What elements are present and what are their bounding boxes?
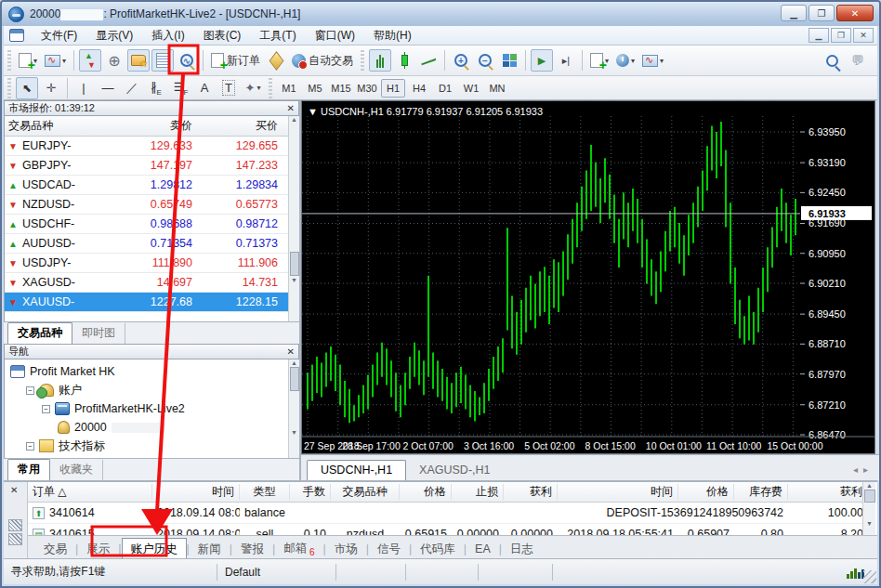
new-chart-button[interactable]: ▾ bbox=[16, 49, 40, 72]
market-watch-row[interactable]: ▲USDCAD-1.298121.29834 bbox=[5, 176, 299, 195]
market-watch-column-header[interactable]: 卖价 bbox=[105, 118, 198, 134]
child-minimize-button[interactable]: ▁ bbox=[809, 28, 829, 43]
cursor-tool[interactable]: ⬉ bbox=[16, 77, 38, 99]
toolbar-grip[interactable] bbox=[269, 78, 272, 98]
navigator-tree-item[interactable]: 20000 bbox=[5, 418, 299, 437]
minimize-button[interactable]: ▁ bbox=[781, 5, 807, 21]
terminal-tab-9[interactable]: EA bbox=[467, 540, 499, 558]
toolbar-grip[interactable] bbox=[361, 50, 364, 71]
child-restore-button[interactable]: ❐ bbox=[831, 28, 851, 43]
timeframe-m15[interactable]: M15 bbox=[329, 79, 353, 98]
search-icon[interactable] bbox=[826, 55, 838, 67]
bar-chart-button[interactable] bbox=[369, 49, 391, 72]
history-row[interactable]: ▤34106152018.09.14 08:08:04sell0.10nzdus… bbox=[28, 524, 868, 535]
crosshair-tool[interactable]: ✛ bbox=[40, 77, 62, 99]
fibonacci-tool[interactable]: ☰F bbox=[169, 77, 191, 99]
market-watch-tab[interactable]: 交易品种 bbox=[7, 322, 72, 344]
tree-expander-icon[interactable]: − bbox=[26, 442, 34, 451]
history-column-9[interactable]: 价格 bbox=[678, 484, 734, 500]
terminal-tab-4[interactable]: 警报 bbox=[232, 539, 272, 560]
shapes-tool[interactable]: ✦▾ bbox=[242, 77, 264, 99]
profiles-button[interactable]: ▾ bbox=[42, 49, 69, 72]
chart-window[interactable]: 6.939506.931906.924506.916906.909506.902… bbox=[301, 100, 875, 454]
navigator-tab[interactable]: 收藏夹 bbox=[50, 460, 103, 480]
history-column-6[interactable]: 止损 bbox=[452, 484, 504, 500]
market-watch-column-header[interactable]: 交易品种 bbox=[5, 118, 105, 134]
timeframe-h4[interactable]: H4 bbox=[407, 79, 431, 98]
market-watch-row[interactable]: ▲AUDUSD-0.713540.71373 bbox=[5, 234, 299, 254]
toolbar-grip[interactable] bbox=[7, 50, 11, 71]
status-profile[interactable]: Default bbox=[217, 564, 336, 581]
indicators-button[interactable]: ▾ bbox=[587, 49, 611, 72]
trendline-tool[interactable]: ／ bbox=[121, 77, 143, 99]
periods-button[interactable]: ▾ bbox=[613, 49, 638, 72]
market-watch-close-icon[interactable]: ✕ bbox=[287, 103, 295, 113]
history-row[interactable]: ⬆34106142018.09.14 08:06:59balanceDEPOSI… bbox=[28, 503, 868, 524]
navigator-tree-item[interactable]: Profit Market HK bbox=[5, 362, 299, 381]
history-column-3[interactable]: 手数 bbox=[290, 484, 331, 500]
navigator-scrollbar[interactable]: ▲▼ bbox=[288, 359, 299, 458]
terminal-tab-0[interactable]: 交易 bbox=[35, 539, 75, 560]
market-watch-row[interactable]: ▼XAGUSD-14.69714.731 bbox=[5, 273, 299, 293]
history-column-4[interactable]: 交易品种 bbox=[331, 484, 400, 500]
terminal-tab-3[interactable]: 新闻 bbox=[190, 539, 230, 560]
text-tool[interactable]: A bbox=[193, 77, 216, 99]
market-watch-row[interactable]: ▼NZDUSD-0.657490.65773 bbox=[5, 195, 299, 215]
terminal-tab-6[interactable]: 市场 bbox=[326, 539, 366, 560]
zoom-out-button[interactable]: − bbox=[474, 49, 496, 72]
data-window-button[interactable]: ⊕ bbox=[103, 49, 125, 72]
history-column-2[interactable]: 类型 bbox=[240, 484, 290, 500]
strategy-tester-button[interactable]: ∿ bbox=[176, 49, 198, 72]
auto-scroll-button[interactable]: ▶ bbox=[531, 49, 553, 72]
chart-tab-scroll-arrows[interactable]: ◂▸ bbox=[853, 464, 874, 475]
terminal-tab-ea[interactable]: 日志 bbox=[502, 539, 542, 560]
metaeditor-button[interactable] bbox=[265, 49, 287, 72]
chart-tab[interactable]: XAGUSD-,H1 bbox=[406, 461, 503, 480]
terminal-tab-1[interactable]: 展示 bbox=[78, 539, 118, 560]
menu-item[interactable]: 插入(I) bbox=[142, 27, 193, 44]
timeframe-m30[interactable]: M30 bbox=[355, 79, 379, 98]
line-chart-button[interactable] bbox=[417, 49, 440, 72]
timeframe-w1[interactable]: W1 bbox=[459, 79, 483, 98]
timeframe-h1[interactable]: H1 bbox=[381, 79, 405, 98]
market-watch-row[interactable]: ▼USDJPY-111.890111.906 bbox=[5, 254, 299, 273]
resize-grip[interactable] bbox=[863, 570, 876, 583]
market-watch-row[interactable]: ▲USDCHF-0.986880.98712 bbox=[5, 215, 299, 234]
history-column-1[interactable]: 时间 bbox=[152, 484, 240, 500]
menu-item[interactable]: 文件(F) bbox=[32, 27, 86, 44]
timeframe-m5[interactable]: M5 bbox=[303, 79, 327, 98]
history-column-5[interactable]: 价格 bbox=[400, 484, 452, 500]
menu-item[interactable]: 显示(V) bbox=[86, 27, 142, 44]
navigator-tree-item[interactable]: −账户 bbox=[5, 381, 299, 399]
market-watch-row[interactable]: ▼XAUUSD-1227.681228.15 bbox=[5, 293, 299, 312]
terminal-tab-8[interactable]: 代码库 bbox=[412, 539, 464, 560]
channel-tool[interactable]: ∦E bbox=[145, 77, 167, 99]
market-watch-toggle[interactable] bbox=[79, 49, 101, 72]
restore-button[interactable]: ❐ bbox=[809, 5, 835, 21]
history-column-11[interactable]: 获利 bbox=[788, 484, 868, 500]
navigator-tree-item[interactable]: −ProfitMarketHK-Live2 bbox=[5, 399, 299, 418]
templates-button[interactable]: ▾ bbox=[639, 49, 666, 72]
chart-shift-button[interactable]: ▸| bbox=[555, 49, 577, 72]
market-watch-row[interactable]: ▼EURJPY-129.633129.655 bbox=[5, 137, 299, 156]
history-column-0[interactable]: 订单 △ bbox=[28, 484, 152, 500]
market-watch-row[interactable]: ▼GBPJPY-147.197147.233 bbox=[5, 156, 299, 176]
navigator-toggle[interactable] bbox=[127, 49, 150, 72]
timeframe-m1[interactable]: M1 bbox=[277, 79, 301, 98]
zoom-in-button[interactable]: + bbox=[450, 49, 472, 72]
navigator-tree-item[interactable]: −技术指标 bbox=[5, 437, 299, 455]
market-watch-tab[interactable]: 即时图 bbox=[72, 323, 125, 344]
new-order-button[interactable]: 新订单 bbox=[208, 49, 263, 72]
terminal-tab-7[interactable]: 信号 bbox=[369, 539, 409, 560]
terminal-close-icon[interactable]: ✕ bbox=[10, 485, 18, 495]
timeframe-mn[interactable]: MN bbox=[485, 79, 509, 98]
candlestick-button[interactable] bbox=[393, 49, 415, 72]
history-column-10[interactable]: 库存费 bbox=[734, 484, 788, 500]
chart-tab[interactable]: USDCNH-,H1 bbox=[307, 460, 406, 480]
menu-item[interactable]: 工具(T) bbox=[250, 27, 305, 44]
tile-windows-button[interactable] bbox=[498, 49, 520, 72]
menu-item[interactable]: 窗口(W) bbox=[306, 27, 364, 44]
toolbar-grip[interactable] bbox=[7, 78, 11, 98]
terminal-tab-5[interactable]: 邮箱 6 bbox=[275, 538, 322, 560]
history-column-7[interactable]: 获利 bbox=[504, 484, 558, 500]
